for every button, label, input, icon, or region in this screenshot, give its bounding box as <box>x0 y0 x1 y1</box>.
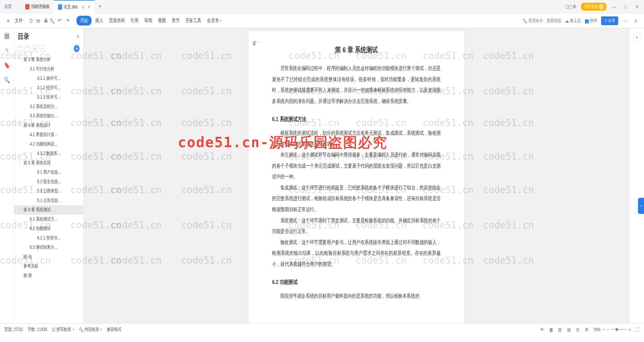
toc-item[interactable]: 5.2 医生信息... <box>14 177 83 186</box>
more-icon[interactable]: ⋯ <box>622 18 629 24</box>
spell-check[interactable]: ☑ 拼写检查 ▾ <box>52 327 74 333</box>
cloud-status[interactable]: ☁ 未上云 <box>565 18 581 24</box>
page-view-icon[interactable]: ▥ <box>557 326 563 333</box>
share-button[interactable]: ⇧ 分享 <box>601 16 618 25</box>
menu-view[interactable]: 视图 <box>156 16 168 25</box>
title-bar: 首页 找稻壳模板 论文.doc ⎚ ✕ + ▢▢ ⊞ 立即登录 — □ ✕ <box>0 0 644 13</box>
expand-icon[interactable]: ˄ <box>25 45 31 52</box>
outline-view-icon[interactable]: ⊟ <box>575 326 581 333</box>
close-icon[interactable]: ✕ <box>88 4 91 10</box>
toc-item[interactable]: ˅第 5 章 系统实现 <box>14 158 83 168</box>
fullscreen-icon[interactable]: ⛶ <box>635 326 640 333</box>
toc-item[interactable]: 致 谢 <box>14 271 83 280</box>
minimize-button[interactable]: — <box>610 4 618 9</box>
search-command[interactable]: 🔍 查找命令、搜索模板 <box>523 18 561 24</box>
read-mode-icon[interactable]: 👁 <box>539 326 545 333</box>
display-icon[interactable]: ⎚ <box>82 4 84 10</box>
print-icon[interactable]: 🖶 <box>43 17 49 24</box>
view-icon[interactable]: ▦ <box>548 326 554 333</box>
toc-item[interactable]: 3.3 系统性能分... <box>14 111 83 121</box>
toc-item[interactable]: 3.1.1 操作可... <box>14 74 83 83</box>
new-tab-button[interactable]: + <box>95 3 105 10</box>
heading-chapter: 第 6 章 系统测试 <box>272 45 440 55</box>
page-count[interactable]: 页面: 27/32 <box>4 327 23 333</box>
search-rail-icon[interactable]: 🔍 <box>4 76 10 84</box>
apps-icon[interactable]: ⊞ <box>573 4 578 10</box>
preview-icon[interactable]: 🔍˅ <box>50 17 56 24</box>
zoom-in-icon[interactable]: + <box>629 327 631 332</box>
toc-item[interactable]: 4.1 界面设计原... <box>14 130 83 139</box>
expand-icon[interactable]: ∧ <box>633 18 639 24</box>
menu-review[interactable]: 审阅 <box>142 16 154 25</box>
web-view-icon[interactable]: ▤ <box>566 326 572 333</box>
toc-item[interactable]: ˅第 6 章 系统测试 <box>14 205 83 215</box>
toc-item[interactable]: ˅4.2 功能结构设... <box>14 139 83 149</box>
menu-start[interactable]: 开始 <box>76 16 92 25</box>
toc-item[interactable]: 3.2 系统流程分... <box>14 102 83 111</box>
redo-icon[interactable]: ↷ <box>65 17 71 24</box>
paragraph: 根据系统的测试流程，划分的系统测试方法有单元测试，集成测试，系统测试，验收测试。… <box>272 128 440 150</box>
paragraph: 单元测试：这个测试环节在编码中用得最多，主要是编程人员进行的，通常对编码实现的各… <box>272 150 440 182</box>
settings-icon[interactable]: ⚙ <box>584 326 590 333</box>
toc-item[interactable]: 5.1 公告信息... <box>14 196 83 205</box>
toc-item[interactable]: 5.1 用户信息... <box>14 168 83 177</box>
collab-icon: 👥 <box>585 18 589 23</box>
content-check[interactable]: 🔍 内容检查 ▾ <box>79 327 102 333</box>
menu-icon[interactable]: ≡ <box>5 17 11 24</box>
style-icon[interactable]: ✎ <box>4 47 10 54</box>
zoom-slider[interactable] <box>611 329 627 330</box>
toc-item[interactable]: 6.1 系统测试方... <box>14 215 83 224</box>
menu-reference[interactable]: 引用 <box>128 16 141 25</box>
toc-item[interactable]: 参考文献 <box>14 262 83 271</box>
toc-item[interactable]: 6.2.1 登录功... <box>14 233 83 243</box>
toc-item[interactable]: 6.3 测试结果分... <box>14 243 83 252</box>
layout-icon[interactable]: ▢▢ <box>565 4 570 10</box>
zoom-out-icon[interactable]: − <box>606 327 608 332</box>
minus-icon[interactable]: − <box>40 45 45 52</box>
feedback-tab[interactable]: ‹ <box>638 198 644 214</box>
outline-icon[interactable]: ▤ <box>4 32 10 40</box>
outline-panel: 目录 ✕ ˅ ˄ + − ✦ ˅第 3 章 系统分析˅3.1 可行性分析3.1.… <box>14 28 84 323</box>
toc-item[interactable]: 结 论 <box>14 252 83 262</box>
plus-icon[interactable]: + <box>33 45 38 52</box>
outline-title: 目录 <box>18 32 30 42</box>
word-count[interactable]: 字数: 11435 <box>28 327 47 333</box>
close-button[interactable]: ✕ <box>633 4 641 9</box>
menu-member[interactable]: 会员专 › <box>205 16 223 25</box>
toc-item[interactable]: 3.1.3 技术可... <box>14 93 83 102</box>
tab-home[interactable]: 首页 <box>0 0 21 13</box>
menu-devtools[interactable]: 开发工具 <box>183 16 203 25</box>
toc-item[interactable]: ˅3.1 可行性分析 <box>14 64 83 74</box>
zoom-control[interactable]: 70% ▾ − + <box>593 327 631 332</box>
tab-document[interactable]: 论文.doc ⎚ ✕ <box>54 0 95 13</box>
toc-item[interactable]: ˅6.2 功能测试 <box>14 224 83 233</box>
folder-icon[interactable]: 🗁 <box>36 17 41 24</box>
bookmark-icon[interactable]: 🔖 <box>4 62 10 69</box>
save-icon[interactable]: 🗋 <box>28 17 34 24</box>
toc-item[interactable]: 5.3 公告类型... <box>14 186 83 196</box>
file-menu[interactable]: 文件˅ <box>13 16 27 25</box>
menu-layout[interactable]: 页面布局 <box>107 16 127 25</box>
collab-button[interactable]: 👥 协作 <box>585 18 597 24</box>
menu-chapter[interactable]: 章节 <box>170 16 182 25</box>
menu-toggle-icon[interactable]: ≡ <box>633 33 640 42</box>
document-area[interactable]: 🗐 ˅ 第 6 章 系统测试 尽管系统在编码过程中，程序的编制人员也会对编程的功… <box>84 28 629 323</box>
undo-icon[interactable]: ↶˅ <box>58 17 63 24</box>
compat-mode[interactable]: 兼容模式 <box>107 327 121 333</box>
toc-item[interactable]: 3.1.2 经济可... <box>14 83 83 93</box>
login-button[interactable]: 立即登录 <box>581 3 607 11</box>
page-marker-icon[interactable]: 🗐 ˅ <box>253 41 259 46</box>
toc-item[interactable]: ˅第 4 章 系统设计 <box>14 121 83 130</box>
doc-icon <box>58 4 62 10</box>
toc-item[interactable]: 4.3.2 数据库... <box>14 149 83 158</box>
tab-template[interactable]: 找稻壳模板 <box>21 0 54 13</box>
toc-item[interactable]: ˅第 3 章 系统分析 <box>14 55 83 64</box>
template-icon <box>25 4 30 9</box>
menu-insert[interactable]: 插入 <box>93 16 105 25</box>
right-rail: ≡ <box>629 28 644 323</box>
close-icon[interactable]: ✕ <box>76 34 79 40</box>
collapse-icon[interactable]: ˅ <box>18 45 23 52</box>
paragraph: 医院挂号就诊系统的目标用户最终面向的是系统的功能，所以检验本系统的 <box>272 291 440 302</box>
maximize-button[interactable]: □ <box>622 4 630 9</box>
ai-bubble-icon[interactable]: ✦ <box>74 45 79 52</box>
